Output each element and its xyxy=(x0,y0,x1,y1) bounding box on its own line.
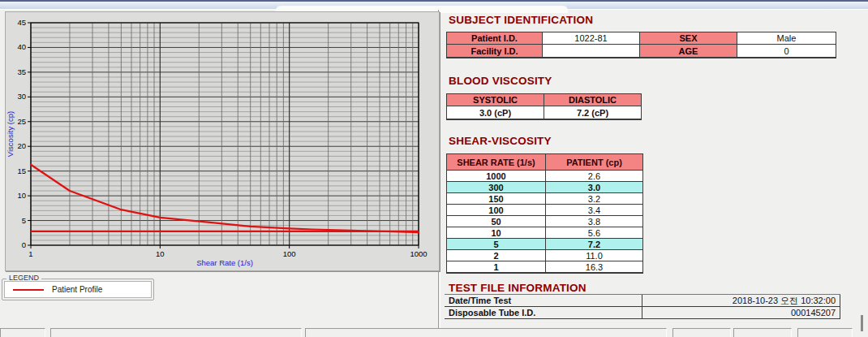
subject-field-value: 1022-81 xyxy=(543,32,640,45)
svg-text:15: 15 xyxy=(17,166,26,175)
patient-viscosity-cell: 3.2 xyxy=(546,193,642,205)
svg-text:100: 100 xyxy=(283,249,296,258)
blood-viscosity-column-header: DIASTOLIC xyxy=(544,94,641,106)
shear-rate-cell: 50 xyxy=(447,216,546,227)
test-file-value: 2018-10-23 오전 10:32:00 xyxy=(642,295,840,307)
shear-rate-cell: 300 xyxy=(447,182,546,193)
shear-column-header: PATIENT (cp) xyxy=(546,154,642,171)
status-bar-panel xyxy=(50,328,302,337)
subject-field-value: Male xyxy=(737,32,836,45)
blood-viscosity-table: SYSTOLICDIASTOLIC3.0 (cP)7.2 (cP) xyxy=(446,93,642,120)
test-file-information-table: Date/Time Test2018-10-23 오전 10:32:00Disp… xyxy=(445,294,840,319)
test-file-label: Date/Time Test xyxy=(445,295,642,307)
legend-series-label: Patient Profile xyxy=(52,285,102,294)
subject-identification-table: Patient I.D.1022-81SEXMaleFacility I.D.A… xyxy=(446,32,836,58)
shear-viscosity-chart: 0510152025303540451101001000Shear Rate (… xyxy=(6,12,437,269)
status-bar-panel xyxy=(0,328,45,337)
shear-viscosity-table: SHEAR RATE (1/s)PATIENT (cp)10002.63003.… xyxy=(446,153,643,274)
subject-identification-heading: SUBJECT IDENTIFICATION xyxy=(449,14,593,26)
subject-field-value: 0 xyxy=(737,45,836,57)
subject-field-label: Patient I.D. xyxy=(447,32,543,45)
patient-viscosity-cell: 11.0 xyxy=(546,250,642,261)
blood-viscosity-heading: BLOOD VISCOSITY xyxy=(449,75,552,87)
shear-rate-cell: 150 xyxy=(447,193,546,205)
shear-rate-cell: 100 xyxy=(447,205,546,216)
legend-entry: Patient Profile xyxy=(4,281,152,298)
blood-viscosity-column-header: SYSTOLIC xyxy=(447,94,544,106)
shear-viscosity-chart-panel: 0510152025303540451101001000Shear Rate (… xyxy=(5,11,440,271)
patient-profile-line-swatch xyxy=(13,289,44,291)
shear-viscosity-heading: SHEAR-VISCOSITY xyxy=(449,135,552,147)
subject-field-value xyxy=(543,45,640,57)
subject-field-label: SEX xyxy=(640,32,737,45)
shear-rate-cell: 2 xyxy=(447,250,546,261)
test-file-value: 000145207 xyxy=(642,307,840,319)
shear-rate-cell: 5 xyxy=(447,239,546,250)
svg-text:20: 20 xyxy=(17,141,26,150)
shear-column-header: SHEAR RATE (1/s) xyxy=(447,154,546,171)
patient-viscosity-cell: 3.4 xyxy=(546,205,642,216)
subject-field-label: Facility I.D. xyxy=(447,45,543,57)
svg-text:1: 1 xyxy=(28,249,32,258)
window-resize-edge[interactable] xyxy=(861,315,863,331)
shear-rate-cell: 1 xyxy=(447,261,546,272)
svg-text:30: 30 xyxy=(17,92,26,101)
svg-text:10: 10 xyxy=(17,191,26,200)
subject-field-label: AGE xyxy=(640,45,737,57)
status-bar-panel xyxy=(672,328,731,337)
patient-viscosity-cell: 3.8 xyxy=(546,216,642,227)
svg-text:Viscosity (cp): Viscosity (cp) xyxy=(6,111,15,157)
patient-viscosity-cell: 3.0 xyxy=(546,182,642,193)
svg-text:5: 5 xyxy=(22,216,26,225)
shear-rate-cell: 10 xyxy=(447,227,546,239)
svg-text:25: 25 xyxy=(17,117,26,126)
patient-viscosity-cell: 7.2 xyxy=(546,239,642,250)
svg-text:10: 10 xyxy=(156,249,165,258)
blood-viscosity-value: 3.0 (cP) xyxy=(447,106,544,119)
shear-rate-cell: 1000 xyxy=(447,171,546,182)
patient-viscosity-cell: 5.6 xyxy=(546,227,642,239)
svg-text:35: 35 xyxy=(17,67,26,76)
patient-viscosity-cell: 2.6 xyxy=(546,171,642,182)
svg-text:45: 45 xyxy=(17,18,26,27)
test-file-label: Disposable Tube I.D. xyxy=(445,307,642,319)
svg-text:1000: 1000 xyxy=(410,249,427,258)
blood-viscosity-value: 7.2 (cP) xyxy=(544,106,641,119)
status-bar-panel xyxy=(733,328,792,337)
test-file-information-heading: TEST FILE INFORMATION xyxy=(449,282,587,294)
status-bar-panel xyxy=(797,328,853,337)
status-bar-panel xyxy=(305,328,667,337)
svg-text:40: 40 xyxy=(17,42,26,51)
svg-text:0: 0 xyxy=(22,240,26,249)
patient-viscosity-cell: 16.3 xyxy=(546,261,642,272)
svg-text:Shear Rate (1/s): Shear Rate (1/s) xyxy=(196,258,253,267)
legend-box: LEGEND Patient Profile xyxy=(2,279,154,300)
